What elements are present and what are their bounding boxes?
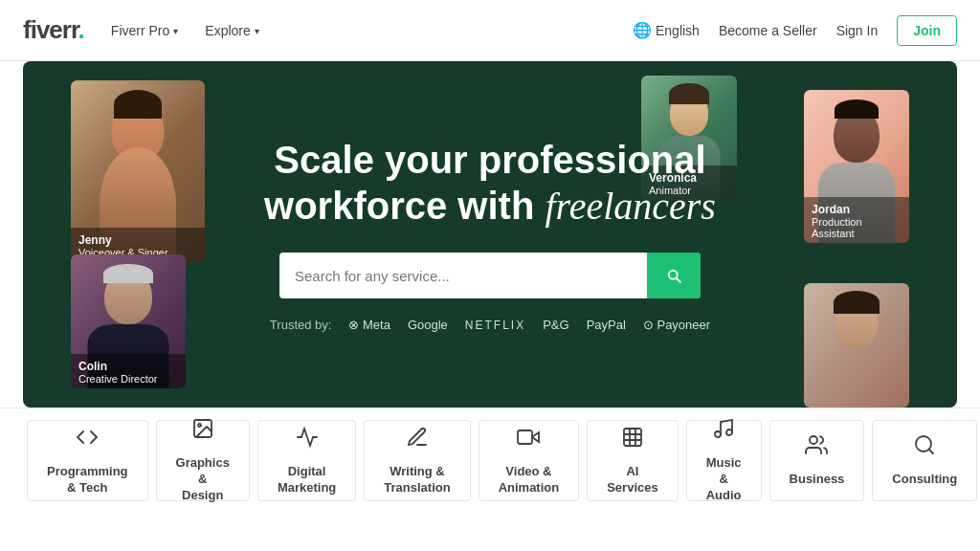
category-music[interactable]: Music & Audio xyxy=(686,420,762,501)
search-icon xyxy=(665,267,682,284)
fiverr-pro-label: Fiverr Pro xyxy=(111,23,169,38)
hero-title-italic: freelancers xyxy=(545,185,715,228)
category-bar: Programming& Tech Graphics &Design Digit… xyxy=(0,408,980,513)
music-label: Music & Audio xyxy=(706,455,742,504)
search-button[interactable] xyxy=(647,253,701,298)
brand-payoneer: ⊙ Payoneer xyxy=(643,318,710,332)
jenny-name: Jenny xyxy=(78,233,197,247)
header-right: 🌐 English Become a Seller Sign In Join xyxy=(633,15,957,46)
explore-label: Explore xyxy=(205,23,250,38)
programming-label: Programming& Tech xyxy=(47,464,128,496)
graphics-label: Graphics &Design xyxy=(176,455,230,504)
brand-pg: P&G xyxy=(543,318,568,332)
join-button[interactable]: Join xyxy=(897,15,957,46)
hero-title-line2: workforce with xyxy=(264,185,545,227)
video-icon xyxy=(517,426,540,454)
trusted-bar: Trusted by: ⊗ Meta Google NETFLIX P&G Pa… xyxy=(251,318,729,332)
writing-icon xyxy=(406,426,429,454)
digital-marketing-label: DigitalMarketing xyxy=(278,464,336,496)
svg-line-9 xyxy=(929,450,933,453)
consulting-icon xyxy=(913,433,936,462)
hero-section: Jenny Voiceover & Singer Veronica Animat… xyxy=(23,61,957,408)
header: fiverr. Fiverr Pro ▾ Explore ▾ 🌐 English… xyxy=(0,0,980,61)
brand-paypal: PayPal xyxy=(587,318,626,332)
brand-meta: ⊗ Meta xyxy=(348,318,390,332)
category-writing[interactable]: Writing &Translation xyxy=(364,420,470,501)
jordan-label: Jordan Production Assistant xyxy=(804,197,909,243)
category-programming[interactable]: Programming& Tech xyxy=(27,420,148,501)
colin-role: Creative Director xyxy=(78,373,158,385)
svg-rect-3 xyxy=(518,430,532,444)
globe-icon: 🌐 xyxy=(633,21,652,39)
hero-title: Scale your professional workforce with f… xyxy=(251,137,729,230)
hero-title-line1: Scale your professional xyxy=(274,139,705,181)
colin-label: Colin Creative Director xyxy=(71,354,186,388)
digital-marketing-icon xyxy=(296,426,319,454)
fiverr-pro-nav[interactable]: Fiverr Pro ▾ xyxy=(111,23,178,38)
sign-in-link[interactable]: Sign In xyxy=(836,23,879,38)
business-icon xyxy=(805,433,828,462)
chevron-down-icon: ▾ xyxy=(255,26,259,36)
search-input[interactable] xyxy=(279,268,647,284)
svg-point-7 xyxy=(810,436,817,444)
brand-netflix: NETFLIX xyxy=(465,319,525,332)
logo-dot: . xyxy=(78,15,84,44)
person-card-partial xyxy=(804,283,909,408)
person-card-jordan: Jordan Production Assistant xyxy=(804,90,909,243)
category-ai[interactable]: AI Services xyxy=(587,420,679,501)
hero-content: Scale your professional workforce with f… xyxy=(251,137,729,332)
header-left: fiverr. Fiverr Pro ▾ Explore ▾ xyxy=(23,15,259,45)
video-label: Video &Animation xyxy=(499,464,560,496)
ai-icon xyxy=(621,426,644,454)
category-graphics[interactable]: Graphics &Design xyxy=(156,420,250,501)
svg-point-1 xyxy=(198,424,201,427)
brand-google: Google xyxy=(408,318,448,332)
consulting-label: Consulting xyxy=(892,472,957,488)
language-nav[interactable]: 🌐 English xyxy=(633,21,700,39)
programming-icon xyxy=(76,426,99,454)
writing-label: Writing &Translation xyxy=(384,464,450,496)
category-business[interactable]: Business xyxy=(769,420,865,501)
logo[interactable]: fiverr. xyxy=(23,15,84,45)
person-card-jenny: Jenny Voiceover & Singer xyxy=(71,80,205,262)
language-label: English xyxy=(656,23,700,38)
svg-rect-4 xyxy=(624,429,641,446)
business-label: Business xyxy=(790,472,845,488)
trusted-label: Trusted by: xyxy=(270,318,332,332)
explore-nav[interactable]: Explore ▾ xyxy=(205,23,258,38)
music-icon xyxy=(712,417,735,446)
become-seller-link[interactable]: Become a Seller xyxy=(719,23,817,38)
partial-image xyxy=(804,283,909,408)
category-digital-marketing[interactable]: DigitalMarketing xyxy=(257,420,356,501)
chevron-down-icon: ▾ xyxy=(173,26,178,36)
graphics-icon xyxy=(191,417,214,446)
jordan-name: Jordan xyxy=(812,203,902,216)
svg-point-5 xyxy=(715,431,721,437)
svg-marker-2 xyxy=(532,432,539,442)
category-consulting[interactable]: Consulting xyxy=(872,420,977,501)
logo-text: fiverr xyxy=(23,15,78,44)
search-bar xyxy=(279,253,701,298)
category-video[interactable]: Video &Animation xyxy=(479,420,580,501)
jordan-role: Production Assistant xyxy=(812,216,862,239)
colin-name: Colin xyxy=(78,360,178,373)
person-card-colin: Colin Creative Director xyxy=(71,254,186,388)
ai-label: AI Services xyxy=(607,464,658,496)
